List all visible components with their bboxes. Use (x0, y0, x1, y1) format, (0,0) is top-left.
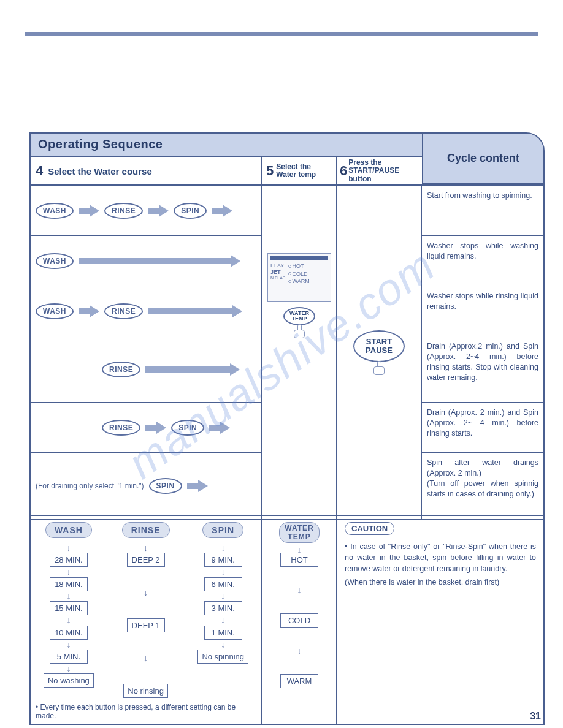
down-arrow-icon: ↓ (66, 666, 71, 671)
main-panel: Operating Sequence Cycle content 4 Selec… (29, 132, 545, 520)
flow-item: COLD (280, 613, 318, 628)
down-arrow-icon: ↓ (297, 548, 302, 553)
top-rule (25, 32, 538, 36)
caution-text: • In case of "Rinse only" or "Rinse-Spin… (345, 541, 536, 588)
arrow-icon (187, 480, 208, 491)
step-6: 6 Press the START/PAUSE button (337, 157, 422, 184)
down-arrow-icon: ↓ (66, 618, 71, 623)
step-6-num: 6 (340, 163, 347, 179)
course-row-4: RINSE (31, 336, 261, 403)
down-arrow-icon: ↓ (66, 594, 71, 599)
flow-item: 10 MIN. (50, 626, 88, 640)
flow-item: 18 MIN. (50, 577, 88, 591)
cycle-desc-3: Washer stops while rinsing liquid remain… (422, 286, 543, 336)
down-arrow-icon: ↓ (144, 569, 148, 616)
down-arrow-icon: ↓ (297, 628, 302, 674)
cycle-desc-5: Drain (Approx. 2 min.) and Spin (Approx.… (422, 403, 543, 453)
flow-item: 28 MIN. (50, 553, 88, 567)
col-water-temp: ELAY JET N FLAP HOT COLD WARM WATER TEMP (262, 186, 337, 519)
flow-item: 5 MIN. (50, 650, 88, 664)
rinse-flow: RINSE ↓ DEEP 2 ↓ DEEP 1 ↓ No rinsing (122, 522, 170, 698)
spin-button: SPIN (149, 478, 182, 494)
cycle-desc-4: Drain (Approx.2 min.) and Spin (Approx. … (422, 336, 543, 403)
col-start-pause: START PAUSE (337, 186, 422, 519)
caution-section: CAUTION • In case of "Rinse only" or "Ri… (337, 516, 543, 724)
flow-item: 6 MIN. (204, 577, 242, 591)
water-temp-pill: WATER TEMP (279, 522, 319, 543)
step-5-label: Select the Water temp (276, 163, 316, 179)
arrow-icon (79, 256, 244, 267)
arrow-icon (209, 422, 230, 433)
step-4: 4 Select the Water course (31, 157, 262, 184)
rinse-button: RINSE (102, 420, 140, 436)
hand-pointer-icon (373, 361, 385, 374)
panel-elay: ELAY (270, 262, 286, 269)
cycle-desc-1: Start from washing to spinning. (422, 186, 543, 236)
caution-sub: (When there is water in the basket, drai… (345, 577, 536, 588)
hand-pointer-icon (294, 324, 305, 338)
step-4-label: Select the Water course (48, 166, 152, 176)
down-arrow-icon: ↓ (221, 545, 225, 550)
down-arrow-icon: ↓ (221, 594, 225, 599)
rinse-button: RINSE (104, 303, 143, 319)
course-row-3: WASH RINSE (31, 286, 261, 336)
course-row-2: WASH (31, 236, 261, 286)
course-row-1: WASH RINSE SPIN (31, 186, 261, 236)
down-arrow-icon: ↓ (221, 618, 225, 623)
wash-pill: WASH (45, 522, 92, 538)
flow-item: No rinsing (123, 684, 168, 698)
step-5: 5 Select the Water temp (262, 157, 337, 184)
down-arrow-icon: ↓ (144, 635, 148, 681)
page-number: 31 (530, 711, 541, 722)
arrow-icon (145, 364, 243, 375)
spin-pill: SPIN (202, 522, 243, 538)
col-water-course: WASH RINSE SPIN WASH WASH RINSE RINSE (31, 186, 262, 519)
lower-section: WASH ↓ 28 MIN. ↓ 18 MIN. ↓ 15 MIN. ↓ 10 … (29, 514, 545, 725)
rinse-pill: RINSE (122, 522, 170, 538)
body-grid: WASH RINSE SPIN WASH WASH RINSE RINSE (31, 186, 543, 519)
water-temp-button: WATER TEMP (283, 307, 315, 325)
cycle-content-header: Cycle content (422, 134, 543, 184)
panel-flap: N FLAP (270, 276, 286, 281)
down-arrow-icon: ↓ (221, 642, 225, 647)
arrow-icon (145, 422, 166, 433)
cycle-desc-6: Spin after water draings (Approx. 2 min.… (422, 453, 543, 519)
flow-item: DEEP 2 (127, 553, 165, 567)
flow-item: 1 MIN. (204, 626, 242, 640)
arrow-icon (79, 306, 99, 317)
step-5-num: 5 (266, 163, 274, 179)
down-arrow-icon: ↓ (144, 545, 148, 550)
cycle-desc-2: Washer stops while washing liquid remain… (422, 236, 543, 286)
course-row-5: RINSE SPIN (31, 403, 261, 453)
flow-item: No spinning (197, 650, 248, 664)
spin-flow: SPIN ↓ 9 MIN. ↓ 6 MIN. ↓ 3 MIN. ↓ 1 MIN.… (197, 522, 248, 698)
step-4-num: 4 (36, 163, 43, 179)
course-row-6: (For draining only select "1 min.") SPIN (31, 453, 261, 519)
drain-note: (For draining only select "1 min.") (36, 482, 144, 490)
rinse-button: RINSE (104, 203, 143, 219)
flow-charts: WASH ↓ 28 MIN. ↓ 18 MIN. ↓ 15 MIN. ↓ 10 … (31, 516, 262, 724)
panel-warm: WARM (293, 278, 310, 286)
panel-jet: JET (270, 269, 286, 276)
flow-item: No washing (44, 673, 94, 688)
panel-box: ELAY JET N FLAP HOT COLD WARM (267, 253, 331, 302)
arrow-icon (79, 205, 99, 216)
spin-button: SPIN (171, 420, 204, 436)
step-6-label: Press the START/PAUSE button (348, 159, 399, 183)
control-panel-diagram: ELAY JET N FLAP HOT COLD WARM WATER TEMP (267, 253, 331, 338)
flow-item: 3 MIN. (204, 601, 242, 615)
water-temp-flow: WATER TEMP ↓ HOT ↓ COLD ↓ WARM (262, 516, 337, 724)
spin-button: SPIN (174, 203, 207, 219)
down-arrow-icon: ↓ (221, 569, 225, 574)
arrow-icon (148, 205, 169, 216)
flow-item: 9 MIN. (204, 553, 242, 567)
wash-button: WASH (36, 253, 74, 269)
rinse-button: RINSE (102, 362, 140, 377)
arrow-icon (212, 205, 232, 216)
panel-hot: HOT (293, 262, 304, 270)
caution-label: CAUTION (345, 522, 394, 535)
arrow-icon (148, 306, 246, 317)
flow-footnote: • Every time each button is pressed, a d… (36, 703, 256, 720)
start-pause-button: START PAUSE (353, 330, 405, 362)
down-arrow-icon: ↓ (66, 545, 71, 550)
